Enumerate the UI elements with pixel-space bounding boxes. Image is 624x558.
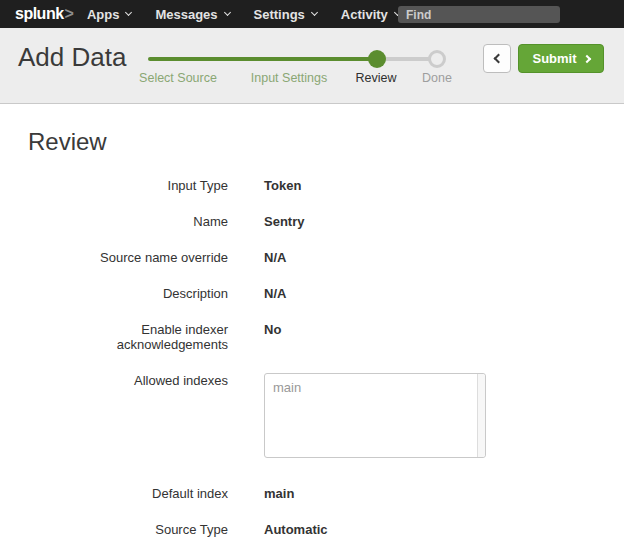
field-value: N/A: [264, 286, 286, 301]
scrollbar-track[interactable]: [477, 374, 485, 457]
nav-item-label: Apps: [87, 7, 120, 22]
step-label-select-source: Select Source: [139, 71, 217, 85]
field-label: Source name override: [28, 250, 228, 265]
step-label-review: Review: [356, 71, 397, 85]
progress-track-completed: [148, 57, 377, 61]
field-label: Description: [28, 286, 228, 301]
splunk-logo-chevron-icon: >: [65, 5, 74, 23]
nav-item-activity[interactable]: Activity: [341, 7, 400, 22]
nav-item-settings[interactable]: Settings: [254, 7, 317, 22]
nav-item-apps[interactable]: Apps: [87, 7, 132, 22]
back-button[interactable]: [483, 44, 511, 73]
top-navbar: splunk > Apps Messages Settings Activity: [0, 0, 624, 28]
chevron-left-icon: [494, 54, 504, 64]
allowed-indexes-listbox[interactable]: main: [264, 373, 486, 458]
splunk-logo-text: splunk: [15, 5, 64, 23]
field-value: Token: [264, 178, 301, 193]
nav-item-label: Messages: [155, 7, 217, 22]
field-label: Name: [28, 214, 228, 229]
nav-menu: Apps Messages Settings Activity: [87, 7, 424, 22]
page-title: Add Data: [18, 42, 126, 72]
field-label: Source Type: [28, 522, 228, 537]
field-label: Input Type: [28, 178, 228, 193]
field-row-name: Name Sentry: [28, 214, 596, 229]
field-value: N/A: [264, 250, 286, 265]
submit-button-label: Submit: [532, 51, 576, 66]
find-input[interactable]: [398, 6, 560, 23]
nav-item-label: Activity: [341, 7, 388, 22]
field-row-source-name-override: Source name override N/A: [28, 250, 596, 265]
wizard-header: Add Data Select Source Input Settings Re…: [0, 28, 624, 104]
step-label-done: Done: [422, 71, 452, 85]
field-label: Allowed indexes: [28, 373, 228, 388]
chevron-down-icon: [311, 9, 318, 16]
step-label-input-settings: Input Settings: [251, 71, 327, 85]
chevron-right-icon: [582, 54, 590, 62]
field-row-description: Description N/A: [28, 286, 596, 301]
field-row-indexer-acknowledgements: Enable indexer acknowledgements No: [28, 322, 596, 352]
field-value: Automatic: [264, 522, 328, 537]
chevron-down-icon: [125, 9, 132, 16]
review-heading: Review: [28, 128, 596, 156]
field-value: Sentry: [264, 214, 304, 229]
splunk-logo[interactable]: splunk >: [15, 5, 74, 23]
field-row-default-index: Default index main: [28, 486, 596, 501]
field-row-input-type: Input Type Token: [28, 178, 596, 193]
submit-button[interactable]: Submit: [518, 44, 604, 73]
field-value: No: [264, 322, 281, 337]
allowed-index-item: main: [273, 380, 301, 395]
review-panel: Review Input Type Token Name Sentry Sour…: [0, 104, 624, 537]
field-label: Enable indexer acknowledgements: [28, 322, 228, 352]
step-dot-review: [368, 50, 386, 68]
review-fields: Input Type Token Name Sentry Source name…: [28, 178, 596, 537]
field-row-allowed-indexes: Allowed indexes main: [28, 373, 596, 458]
nav-item-messages[interactable]: Messages: [155, 7, 229, 22]
field-value: main: [264, 486, 294, 501]
step-circle-done: [428, 50, 446, 68]
nav-item-label: Settings: [254, 7, 305, 22]
field-row-source-type: Source Type Automatic: [28, 522, 596, 537]
field-label: Default index: [28, 486, 228, 501]
chevron-down-icon: [224, 9, 231, 16]
